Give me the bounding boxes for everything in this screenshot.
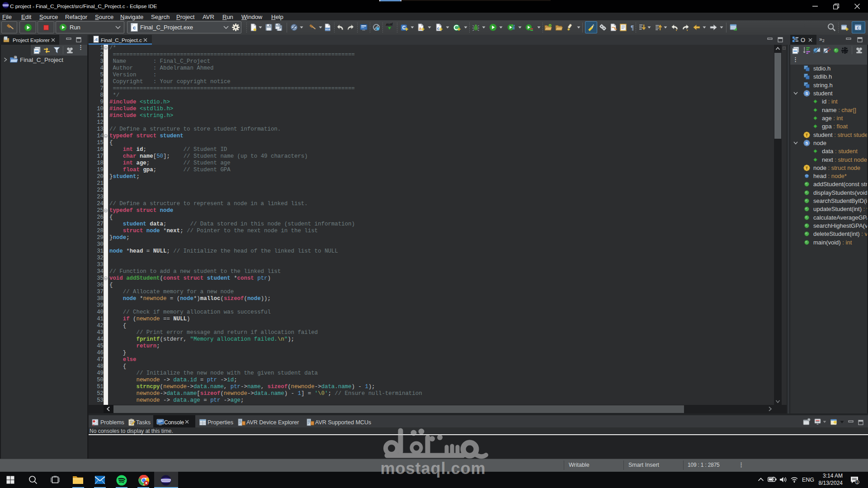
svg-text:mostaql.com: mostaql.com (380, 459, 486, 478)
